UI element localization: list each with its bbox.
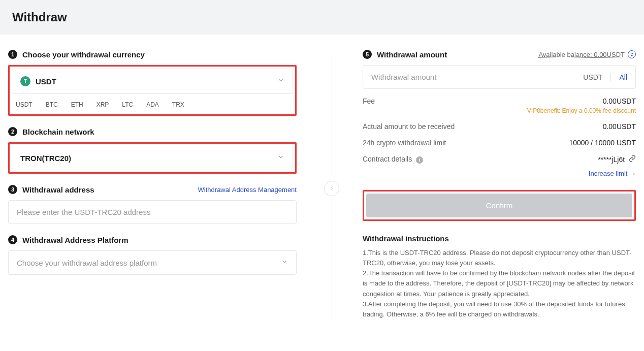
chip-usdt[interactable]: USDT [16,101,33,108]
limit-row: 24h crypto withdrawal limit 10000 / 1000… [363,139,636,147]
step-2-badge: 2 [8,127,17,136]
currency-select-left: T USDT [20,76,56,86]
increase-limit-wrap: Increase limit → [363,169,636,178]
external-link-icon[interactable] [629,155,636,162]
available-balance-label: Available balance: 0.00USDT [538,51,625,58]
instructions-title: Withdrawal instructions [363,234,636,243]
contract-label: Contract details [363,155,412,163]
divider-line [332,200,332,320]
amount-suffix: USDT All [583,73,627,81]
chip-ltc[interactable]: LTC [122,101,133,108]
step-2-section: 2 Blockchain network TRON(TRC20) [8,127,297,174]
step-4-badge: 4 [8,235,17,244]
step-4-section: 4 Withdrawal Address Platform Choose you… [8,235,297,275]
amount-all-button[interactable]: All [619,73,627,81]
withdrawal-address-input[interactable] [17,208,288,216]
step-1-section: 1 Choose your withdrawal currency T USDT… [8,50,297,116]
withdrawal-instructions: Withdrawal instructions 1.This is the US… [363,234,636,320]
actual-value: 0.00USDT [603,122,636,131]
actual-row: Actual amount to be received 0.00USDT [363,122,636,131]
withdrawal-amount-input[interactable] [371,73,583,81]
instruction-1: 1.This is the USDT-TRC20 address. Please… [363,248,636,268]
step-2-header: 2 Blockchain network [8,127,297,136]
instruction-2: 2.The transaction will have to be confir… [363,268,636,299]
step-3-badge: 3 [8,185,17,194]
step-5-header: 5 Withdrawal amount Available balance: 0… [363,50,636,59]
contract-value-wrap: *****jLj6t [598,155,636,164]
step-1-header: 1 Choose your withdrawal currency [8,50,297,59]
amount-separator [610,73,611,81]
chip-xrp[interactable]: XRP [96,101,109,108]
step-1-title: Choose your withdrawal currency [22,50,145,59]
chevron-down-icon [277,77,284,86]
page-header: Withdraw [0,0,644,35]
platform-placeholder: Choose your withdrawal address platform [17,259,157,267]
chip-eth[interactable]: ETH [71,101,83,108]
actual-label: Actual amount to be received [363,122,455,131]
vip-benefit-text: VIP0benefit: Enjoy a 0.00% fee discount [363,107,636,114]
confirm-button[interactable]: Confirm [366,194,632,217]
limit-value: 10000 / 10000 USDT [569,139,636,147]
address-management-link[interactable]: Withdrawal Address Management [198,186,297,194]
contract-label-wrap: Contract details i [363,155,423,164]
network-select[interactable]: TRON(TRC20) [12,146,293,170]
column-divider [324,50,339,320]
page-title: Withdraw [12,10,632,24]
step-3-title: Withdrawal address [22,185,94,194]
step-3-header: 3 Withdrawal address Withdrawal Address … [8,185,297,194]
chip-ada[interactable]: ADA [146,101,159,108]
limit-label: 24h crypto withdrawal limit [363,139,446,147]
info-icon[interactable]: i [416,156,423,164]
left-column: 1 Choose your withdrawal currency T USDT… [8,50,322,320]
step-5-badge: 5 [363,50,372,59]
amount-unit: USDT [583,73,602,81]
address-input-wrapper [8,200,297,224]
chip-btc[interactable]: BTC [46,101,58,108]
platform-select[interactable]: Choose your withdrawal address platform [8,250,297,275]
chevron-down-icon [277,153,284,163]
currency-select[interactable]: T USDT [12,69,293,94]
usdt-coin-icon: T [20,76,30,86]
instruction-3: 3.After completing the deposit, you will… [363,299,636,320]
step-2-highlight: TRON(TRC20) [8,142,297,174]
transfer-icon [628,50,636,58]
limit-unit: USDT [617,139,636,147]
contract-value: *****jLj6t [598,155,625,164]
limit-used: 10000 [569,139,589,147]
step-1-highlight: T USDT USDT BTC ETH XRP LTC ADA TRX [8,65,297,116]
step-1-badge: 1 [8,50,17,59]
amount-input-wrapper: USDT All [363,65,636,89]
confirm-highlight: Confirm [363,190,636,221]
step-3-section: 3 Withdrawal address Withdrawal Address … [8,185,297,224]
fee-row: Fee 0.00USDT [363,97,636,105]
divider-line [332,50,332,177]
right-column: 5 Withdrawal amount Available balance: 0… [322,50,636,320]
available-balance-link[interactable]: Available balance: 0.00USDT [538,50,636,58]
limit-total: 10000 [595,139,615,147]
step-5-title: Withdrawal amount [377,50,447,59]
step-2-title: Blockchain network [22,127,94,136]
fee-value: 0.00USDT [603,97,636,105]
network-selected-label: TRON(TRC20) [20,154,71,163]
currency-chips: USDT BTC ETH XRP LTC ADA TRX [12,101,293,112]
step-5-section: 5 Withdrawal amount Available balance: 0… [363,50,636,221]
contract-row: Contract details i *****jLj6t [363,155,636,164]
content-wrapper: 1 Choose your withdrawal currency T USDT… [0,35,644,330]
chevron-down-icon [281,258,288,267]
arrow-right-icon [324,181,339,196]
increase-limit-link[interactable]: Increase limit → [589,170,636,177]
step-4-header: 4 Withdrawal Address Platform [8,235,297,244]
currency-selected-label: USDT [36,77,56,86]
fee-label: Fee [363,97,375,105]
step-4-title: Withdrawal Address Platform [22,236,128,244]
chip-trx[interactable]: TRX [172,101,184,108]
